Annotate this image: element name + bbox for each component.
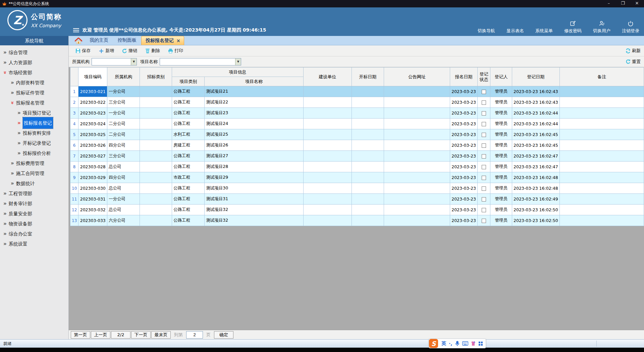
cell-code[interactable]: 202303-029 <box>78 172 107 183</box>
cell-open[interactable] <box>352 205 384 215</box>
cell-url[interactable] <box>384 86 450 97</box>
cell-name[interactable]: 测试项目31 <box>205 194 303 205</box>
ime-skin-icon[interactable] <box>471 341 476 346</box>
cell-signup[interactable]: 2023-03-23 <box>450 162 478 172</box>
cell-code[interactable]: 202303-027 <box>78 151 107 162</box>
cell-open[interactable] <box>352 194 384 205</box>
cell-regtime[interactable]: 2023-03-23 16:02:45 <box>512 129 559 140</box>
cell-builder[interactable] <box>303 205 352 215</box>
cell-regtime[interactable]: 2023-03-23 16:02:43 <box>512 97 559 108</box>
cell-url[interactable] <box>384 205 450 215</box>
save-button[interactable]: 保存 <box>71 46 95 55</box>
sidebar-item[interactable]: »系统设置 <box>0 239 68 249</box>
tab-bid-signup[interactable]: 投标报名登记 × <box>141 36 184 45</box>
next-page-button[interactable]: 下一页 <box>131 331 151 339</box>
cell-status[interactable] <box>477 205 490 215</box>
org-filter-input[interactable] <box>92 58 131 65</box>
sidebar-item[interactable]: »质量安全部 <box>0 209 68 219</box>
cell-org[interactable]: 四分公司 <box>107 140 140 151</box>
cell-registrar[interactable]: 管理员 <box>490 172 512 183</box>
cell-open[interactable] <box>352 129 384 140</box>
sidebar-item[interactable]: »市场经营部 <box>0 68 68 78</box>
tab-home[interactable] <box>72 38 85 45</box>
cell-remark[interactable] <box>559 140 644 151</box>
cell-signup[interactable]: 2023-03-23 <box>450 86 478 97</box>
cell-bid[interactable] <box>140 162 172 172</box>
cell-builder[interactable] <box>303 194 352 205</box>
cell-org[interactable]: 一分公司 <box>107 108 140 119</box>
cell-status[interactable] <box>477 108 490 119</box>
sidebar-item[interactable]: »投标报价分析 <box>0 148 68 158</box>
cell-code[interactable]: 202303-024 <box>78 119 107 129</box>
cell-builder[interactable] <box>303 86 352 97</box>
cell-url[interactable] <box>384 119 450 129</box>
sidebar-item[interactable]: »投标资料安排 <box>0 128 68 138</box>
cell-org[interactable]: 总公司 <box>107 205 140 215</box>
cell-url[interactable] <box>384 183 450 194</box>
sidebar-item[interactable]: »综合办公室 <box>0 229 68 239</box>
status-checkbox[interactable] <box>482 165 486 169</box>
cell-builder[interactable] <box>303 215 352 226</box>
cell-url[interactable] <box>384 151 450 162</box>
status-checkbox[interactable] <box>482 208 486 212</box>
cell-code[interactable]: 202303-028 <box>78 162 107 172</box>
status-checkbox[interactable] <box>482 111 486 116</box>
cell-signup[interactable]: 2023-03-23 <box>450 119 478 129</box>
microphone-icon[interactable] <box>455 341 460 346</box>
status-checkbox[interactable] <box>482 154 486 159</box>
cell-signup[interactable]: 2023-03-23 <box>450 129 478 140</box>
cell-org[interactable]: 总公司 <box>107 162 140 172</box>
cell-registrar[interactable]: 管理员 <box>490 140 512 151</box>
cell-code[interactable]: 202303-033 <box>78 215 107 226</box>
cell-bid[interactable] <box>140 86 172 97</box>
cell-org[interactable]: 二分公司 <box>107 119 140 129</box>
add-button[interactable]: + 新增 <box>95 46 118 55</box>
cell-signup[interactable]: 2023-03-23 <box>450 151 478 162</box>
cell-regtime[interactable]: 2023-03-23 16:02:50 <box>512 205 559 215</box>
cell-open[interactable] <box>352 183 384 194</box>
cell-open[interactable] <box>352 86 384 97</box>
sidebar-item[interactable]: »开标记录登记 <box>0 138 68 148</box>
sidebar-item[interactable]: »数据统计 <box>0 178 68 188</box>
cell-name[interactable]: 测试项目24 <box>205 119 303 129</box>
sidebar-item[interactable]: »内部资料管理 <box>0 78 68 88</box>
cell-signup[interactable]: 2023-03-23 <box>450 108 478 119</box>
cell-org[interactable]: 三分公司 <box>107 97 140 108</box>
status-checkbox[interactable] <box>482 176 486 180</box>
cell-status[interactable] <box>477 129 490 140</box>
cell-remark[interactable] <box>559 151 644 162</box>
close-button[interactable]: ✕ <box>630 0 644 7</box>
cell-cat[interactable]: 公路工程 <box>172 108 205 119</box>
cell-bid[interactable] <box>140 205 172 215</box>
cell-signup[interactable]: 2023-03-23 <box>450 194 478 205</box>
toggle-nav-button[interactable]: 切换导航 <box>478 28 495 34</box>
sidebar-item[interactable]: »施工合同管理 <box>0 168 68 178</box>
cell-regtime[interactable]: 2023-03-23 16:02:45 <box>512 140 559 151</box>
cell-cat[interactable]: 水利工程 <box>172 129 205 140</box>
cell-code[interactable]: 202303-022 <box>78 97 107 108</box>
cell-builder[interactable] <box>303 108 352 119</box>
cell-registrar[interactable]: 管理员 <box>490 119 512 129</box>
cell-regtime[interactable]: 2023-03-23 16:02:47 <box>512 151 559 162</box>
cell-regtime[interactable]: 2023-03-23 16:02:48 <box>512 183 559 194</box>
cell-open[interactable] <box>352 162 384 172</box>
cell-registrar[interactable]: 管理员 <box>490 151 512 162</box>
switch-user-button[interactable]: 切换用户 <box>593 20 610 34</box>
cell-org[interactable]: 一分公司 <box>107 86 140 97</box>
cell-name[interactable]: 测试项目28 <box>205 162 303 172</box>
status-checkbox[interactable] <box>482 133 486 137</box>
status-checkbox[interactable] <box>482 197 486 202</box>
cell-regtime[interactable]: 2023-03-23 16:02:47 <box>512 162 559 172</box>
cell-remark[interactable] <box>559 183 644 194</box>
cell-builder[interactable] <box>303 151 352 162</box>
cell-signup[interactable]: 2023-03-23 <box>450 215 478 226</box>
cell-registrar[interactable]: 管理员 <box>490 183 512 194</box>
cell-regtime[interactable]: 2023-03-23 16:02:48 <box>512 172 559 183</box>
cell-name[interactable]: 测试项目32 <box>205 205 303 215</box>
cell-remark[interactable] <box>559 215 644 226</box>
cell-code[interactable]: 202303-030 <box>78 183 107 194</box>
cell-bid[interactable] <box>140 215 172 226</box>
cell-bid[interactable] <box>140 129 172 140</box>
cell-bid[interactable] <box>140 108 172 119</box>
cell-code[interactable]: 202303-025 <box>78 129 107 140</box>
